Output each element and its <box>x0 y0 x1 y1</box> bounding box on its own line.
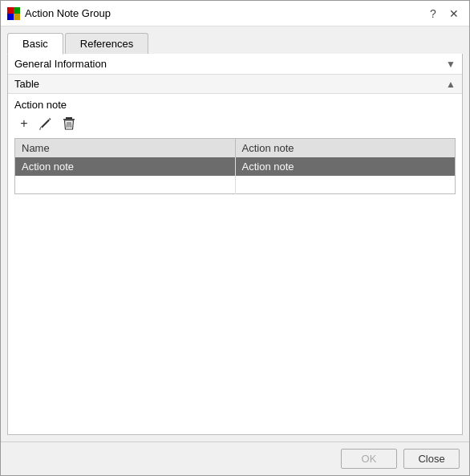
app-icon <box>7 7 20 20</box>
svg-rect-3 <box>14 14 20 20</box>
add-button[interactable]: + <box>14 114 34 133</box>
content-area: Basic References General Information ▼ T… <box>1 26 469 441</box>
tab-content: General Information ▼ Table ▲ Action not… <box>7 54 463 435</box>
table-inner-label: Action note <box>14 99 456 111</box>
svg-rect-0 <box>7 7 14 14</box>
tab-basic[interactable]: Basic <box>7 33 63 55</box>
window-title: Action Note Group <box>25 7 111 19</box>
table-inner: Action note + <box>8 94 462 199</box>
edit-icon <box>39 116 54 131</box>
title-bar-left: Action Note Group <box>7 7 111 20</box>
delete-button[interactable] <box>59 114 79 133</box>
table-section-header[interactable]: Table ▲ <box>8 75 462 94</box>
table-toolbar: + <box>14 114 456 133</box>
ok-button[interactable]: OK <box>341 449 397 469</box>
data-table: Name Action note Action note Action note <box>14 138 456 194</box>
table-header-row: Name Action note <box>15 139 456 158</box>
col-header-name: Name <box>15 139 236 158</box>
bottom-bar: OK Close <box>1 441 469 475</box>
title-bar: Action Note Group ? ✕ <box>1 1 469 26</box>
svg-line-8 <box>71 122 71 128</box>
row-name: Action note <box>15 157 236 176</box>
table-empty-row <box>15 176 456 193</box>
tab-bar: Basic References <box>7 33 463 55</box>
svg-rect-4 <box>66 117 72 119</box>
svg-rect-5 <box>63 119 75 120</box>
title-buttons: ? ✕ <box>424 5 463 22</box>
empty-cell-1 <box>15 176 236 193</box>
empty-cell-2 <box>235 176 456 193</box>
table-section-label: Table <box>14 78 39 90</box>
svg-rect-1 <box>14 7 20 14</box>
table-row[interactable]: Action note Action note <box>15 157 456 176</box>
delete-icon <box>62 116 76 131</box>
general-info-accordion[interactable]: General Information ▼ <box>8 54 462 75</box>
help-button[interactable]: ? <box>424 5 442 22</box>
general-info-chevron: ▼ <box>446 59 456 70</box>
general-info-label: General Information <box>14 58 107 70</box>
svg-line-6 <box>67 122 68 128</box>
tab-references[interactable]: References <box>65 33 148 55</box>
edit-button[interactable] <box>37 114 56 133</box>
svg-rect-2 <box>7 14 14 20</box>
close-button[interactable]: Close <box>403 449 460 469</box>
window-close-button[interactable]: ✕ <box>445 5 463 22</box>
table-section-chevron: ▲ <box>446 79 456 90</box>
row-action-note: Action note <box>235 157 456 176</box>
col-header-action-note: Action note <box>235 139 456 158</box>
main-window: Action Note Group ? ✕ Basic References G… <box>0 0 470 476</box>
